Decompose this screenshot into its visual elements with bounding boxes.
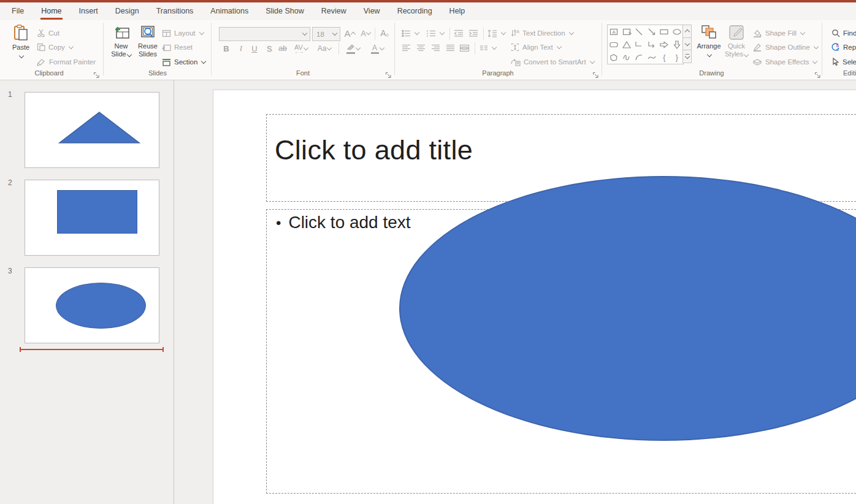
tab-home[interactable]: Home: [32, 2, 70, 20]
highlight-color-button[interactable]: [343, 42, 363, 55]
shape-arrow[interactable]: [646, 25, 659, 38]
reset-button[interactable]: Reset: [162, 40, 193, 54]
strikethrough-button[interactable]: ab: [276, 42, 289, 55]
shape-scribble[interactable]: [621, 51, 633, 64]
powerpoint-window: File Home Insert Design Transitions Anim…: [0, 0, 856, 504]
copy-button[interactable]: Copy: [37, 40, 73, 54]
shape-arc[interactable]: [633, 51, 646, 64]
align-text-button[interactable]: Align Text: [511, 40, 561, 54]
tab-file[interactable]: File: [3, 2, 32, 20]
shape-line[interactable]: [633, 25, 646, 38]
layout-button[interactable]: Layout: [162, 26, 204, 40]
shape-textbox[interactable]: A: [608, 25, 621, 38]
shape-rectangle[interactable]: [658, 25, 671, 38]
tab-help[interactable]: Help: [441, 2, 474, 20]
drawing-dialog-launcher[interactable]: [814, 70, 822, 77]
text-direction-chevron-icon: [568, 29, 573, 34]
change-case-button[interactable]: Aa: [315, 42, 334, 55]
title-placeholder-text[interactable]: Click to add title: [275, 134, 473, 166]
line-spacing-button[interactable]: [487, 26, 505, 40]
paste-button[interactable]: Paste: [9, 23, 33, 68]
slide-thumbnail-2[interactable]: [25, 180, 159, 256]
text-direction-button[interactable]: A Text Direction: [511, 26, 573, 40]
char-spacing-chevron-icon: [304, 45, 308, 50]
grow-font-button[interactable]: A: [343, 26, 356, 40]
find-button[interactable]: Find: [831, 26, 856, 40]
format-painter-button[interactable]: Format Painter: [37, 55, 96, 69]
svg-text:A: A: [516, 29, 519, 34]
shape-fill-button[interactable]: Shape Fill: [752, 26, 804, 40]
quick-styles-button[interactable]: Quick Styles: [723, 23, 750, 68]
new-slide-button[interactable]: New Slide: [108, 23, 134, 68]
shape-rounded-rectangle[interactable]: [608, 38, 621, 51]
shapes-more-button[interactable]: [682, 50, 692, 63]
tab-slideshow[interactable]: Slide Show: [257, 2, 313, 20]
ribbon-tab-bar: File Home Insert Design Transitions Anim…: [0, 2, 856, 20]
slide-thumbnail-3[interactable]: [25, 267, 159, 343]
clipboard-dialog-launcher[interactable]: [93, 70, 101, 77]
editing-group-label: Editing: [831, 69, 856, 78]
shape-oval[interactable]: [671, 25, 684, 38]
text-shadow-button[interactable]: S: [262, 42, 276, 55]
shape-right-brace[interactable]: }: [671, 51, 684, 64]
svg-text:c: c: [837, 47, 839, 52]
replace-button[interactable]: b c Replace: [831, 40, 856, 54]
underline-button[interactable]: U: [248, 42, 261, 55]
reuse-slides-button[interactable]: Reuse Slides: [136, 23, 160, 68]
font-color-button[interactable]: A: [368, 42, 386, 55]
paragraph-dialog-launcher[interactable]: [592, 70, 600, 77]
slide-canvas[interactable]: Click to add title •Click to add text: [213, 90, 856, 504]
shape-elbow-connector[interactable]: [633, 38, 646, 51]
select-button[interactable]: Select: [831, 55, 856, 69]
decrease-indent-button[interactable]: [454, 26, 464, 40]
slide-thumbnail-1[interactable]: [25, 92, 159, 168]
shape-right-arrow[interactable]: [658, 38, 671, 51]
justify-button[interactable]: [446, 41, 455, 55]
shapes-scroll-down-button[interactable]: [682, 38, 692, 51]
italic-button[interactable]: I: [234, 42, 248, 55]
tab-view[interactable]: View: [355, 2, 389, 20]
clear-formatting-button[interactable]: A◊: [378, 26, 391, 40]
paste-dropdown-chevron-icon[interactable]: [19, 53, 24, 58]
tab-insert[interactable]: Insert: [71, 2, 107, 20]
distribute-text-button[interactable]: [459, 41, 470, 55]
columns-button[interactable]: [480, 41, 496, 55]
tab-transitions[interactable]: Transitions: [148, 2, 202, 20]
shape-freeform[interactable]: [608, 51, 621, 64]
ribbon: Paste Cut Copy Format Painter Clipboard: [0, 20, 856, 80]
font-dialog-launcher[interactable]: [385, 70, 392, 77]
body-placeholder-text[interactable]: •Click to add text: [276, 213, 411, 232]
shape-outline-button[interactable]: Shape Outline: [752, 40, 818, 54]
align-center-icon: [416, 44, 426, 52]
font-size-combobox[interactable]: 18: [312, 27, 340, 41]
character-spacing-button[interactable]: AV ←→: [292, 42, 310, 55]
numbering-button[interactable]: [427, 26, 444, 40]
copy-dropdown-chevron-icon[interactable]: [69, 44, 74, 48]
bold-button[interactable]: B: [220, 42, 233, 55]
cut-button[interactable]: Cut: [37, 26, 59, 40]
shape-triangle[interactable]: [621, 38, 633, 51]
font-name-combobox[interactable]: [219, 27, 310, 41]
shape-down-arrow[interactable]: [671, 38, 684, 51]
bullets-button[interactable]: [402, 26, 419, 40]
shape-curve[interactable]: [646, 51, 659, 64]
tab-recording[interactable]: Recording: [389, 2, 441, 20]
tab-animations[interactable]: Animations: [202, 2, 257, 20]
increase-indent-button[interactable]: [468, 26, 478, 40]
shape-effects-button[interactable]: Shape Effects: [752, 55, 817, 69]
tab-design[interactable]: Design: [107, 2, 148, 20]
align-left-button[interactable]: [402, 41, 411, 55]
shape-left-brace[interactable]: {: [658, 51, 671, 64]
section-button[interactable]: Section: [162, 55, 205, 69]
shapes-scroll-up-button[interactable]: [682, 25, 692, 38]
convert-smartart-button[interactable]: Convert to SmartArt: [511, 55, 594, 69]
align-right-button[interactable]: [431, 41, 440, 55]
line-spacing-chevron-icon: [501, 29, 506, 34]
arrange-button[interactable]: Arrange: [696, 23, 722, 68]
shape-elbow-arrow-connector[interactable]: [646, 38, 659, 51]
tab-review[interactable]: Review: [313, 2, 355, 20]
align-center-button[interactable]: [416, 41, 426, 55]
shrink-font-button[interactable]: A: [359, 26, 372, 40]
slides-group-label: Slides: [104, 69, 211, 78]
shape-vertical-textbox[interactable]: A: [621, 25, 633, 38]
